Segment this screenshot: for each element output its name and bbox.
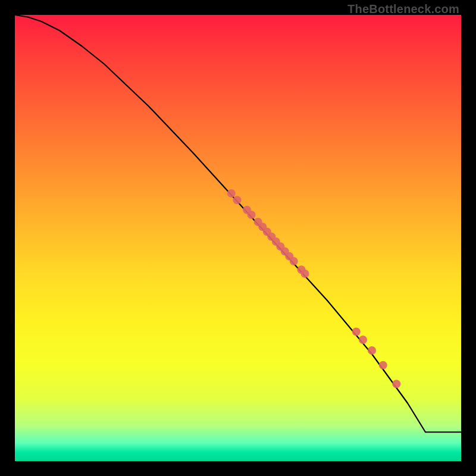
marker-dot [379, 361, 387, 369]
line-series [15, 15, 461, 432]
marker-dot [301, 270, 309, 278]
marker-dot [359, 336, 367, 344]
chart-frame: TheBottleneck.com [0, 0, 476, 476]
marker-dot [233, 196, 242, 204]
curve-line [15, 15, 461, 432]
marker-dot [352, 328, 361, 336]
watermark-text: TheBottleneck.com [347, 2, 459, 16]
marker-dot [290, 257, 298, 265]
marker-dot [392, 380, 400, 388]
marker-dot [368, 346, 376, 355]
marker-dot [227, 189, 236, 198]
marker-dot [248, 211, 256, 219]
chart-svg [15, 15, 461, 461]
